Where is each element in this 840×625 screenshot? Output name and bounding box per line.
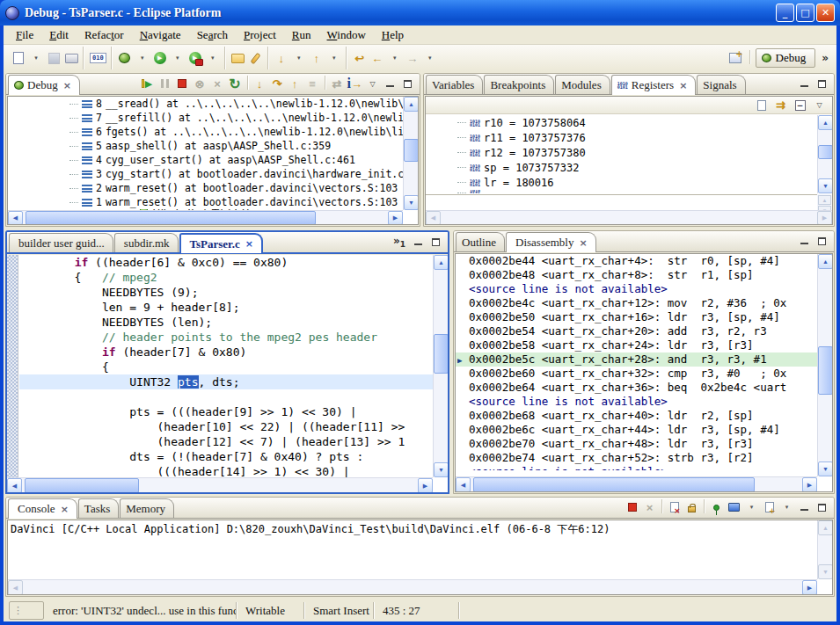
open-console-dropdown[interactable]: ▾: [779, 499, 794, 515]
show-logical-structure-button[interactable]: ⇉: [773, 98, 788, 113]
scroll-down-button[interactable]: ▼: [434, 462, 448, 477]
disconnect-button[interactable]: ⊗: [193, 76, 208, 91]
register-row[interactable]: r10 = 1073758064: [426, 115, 817, 130]
run-button[interactable]: ▶: [151, 48, 169, 68]
minimize-view-button[interactable]: [411, 234, 426, 250]
close-icon[interactable]: ×: [679, 80, 687, 91]
console-vertical-scrollbar[interactable]: ▲ ▼: [817, 520, 832, 579]
debug-horizontal-scrollbar[interactable]: ◀ ▶: [8, 210, 403, 224]
stack-frame-row[interactable]: 6 fgets() at ..\..\..\..\..\newlib-1.12.…: [8, 125, 403, 139]
view-tab[interactable]: Breakpoints ×: [484, 75, 554, 94]
view-tab[interactable]: Variables ×: [426, 75, 483, 94]
remove-launch-button[interactable]: ×: [642, 499, 657, 515]
menu-item[interactable]: Search: [190, 26, 235, 44]
close-icon[interactable]: ×: [63, 80, 71, 91]
view-tab[interactable]: Modules ×: [555, 75, 610, 94]
register-row[interactable]: r11 = 1073757376: [426, 130, 817, 145]
next-annotation-dropdown[interactable]: ▾: [290, 48, 308, 68]
view-tab[interactable]: Memory ×: [120, 498, 174, 518]
code-area[interactable]: if ((header[6] & 0xc0) == 0x80) { // mpe…: [19, 255, 433, 477]
external-tools-button[interactable]: ▶: [186, 48, 204, 68]
call-stack-tree[interactable]: 8 __sread() at ..\..\..\..\..\newlib-1.1…: [8, 97, 403, 210]
show-type-names-button[interactable]: [754, 98, 769, 113]
console-horizontal-scrollbar[interactable]: ◀ ▶: [8, 579, 817, 594]
editor-overflow-chevron[interactable]: »1: [391, 235, 408, 249]
close-icon[interactable]: ×: [245, 238, 253, 250]
new-wizard-button[interactable]: [10, 48, 27, 68]
scroll-down-button[interactable]: ▼: [818, 564, 833, 579]
scroll-down-button[interactable]: ▼: [818, 178, 833, 193]
maximize-button[interactable]: □: [796, 4, 814, 22]
registers-tree[interactable]: r10 = 1073758064 r11 = 1073757376 r12 = …: [426, 115, 817, 193]
scroll-left-button[interactable]: ◀: [7, 478, 22, 492]
clear-console-button[interactable]: [667, 499, 682, 515]
back-dropdown[interactable]: ▾: [386, 48, 404, 68]
scroll-lock-button[interactable]: [684, 499, 699, 515]
scroll-down-button[interactable]: ▼: [818, 461, 833, 476]
step-over-button[interactable]: ↷: [270, 76, 285, 91]
view-tab[interactable]: Registers ×: [611, 75, 697, 95]
stack-frame-row[interactable]: 3 cyg_start() at bootloader.davinci\hard…: [8, 167, 403, 181]
next-annotation-button[interactable]: ↓: [273, 48, 290, 68]
open-perspective-button[interactable]: [727, 48, 744, 68]
annotation-ruler[interactable]: [7, 255, 18, 477]
disassembly-listing[interactable]: 0x0002be44 <uart_rx_char+4>: str r0, [sp…: [456, 254, 817, 476]
stack-frame-row[interactable]: 1 warm_reset() at bootloader.davinci\vec…: [8, 195, 403, 209]
terminate-button[interactable]: [175, 76, 190, 91]
disassembly-horizontal-scrollbar[interactable]: ◀ ▶: [456, 476, 817, 491]
debug-dropdown[interactable]: ▾: [134, 48, 151, 68]
run-dropdown[interactable]: ▾: [169, 48, 186, 68]
run-to-line-button[interactable]: i→: [347, 76, 362, 91]
stack-frame-row[interactable]: 5 aasp_shell() at aasp\AASP_Shell.c:359: [8, 139, 403, 153]
scroll-up-button[interactable]: ▲: [404, 97, 419, 112]
menu-item[interactable]: Refactor: [77, 26, 131, 44]
view-tab[interactable]: Signals ×: [697, 75, 745, 94]
scroll-right-button[interactable]: ▶: [418, 478, 433, 492]
minimize-view-button[interactable]: [797, 76, 812, 91]
registers-vertical-scrollbar[interactable]: ▲ ▼: [817, 115, 832, 193]
scroll-up-button[interactable]: ▲: [818, 115, 833, 130]
menu-item[interactable]: File: [9, 26, 40, 44]
forward-button[interactable]: →: [404, 48, 421, 68]
scroll-thumb[interactable]: [26, 211, 316, 225]
editor-vertical-scrollbar[interactable]: ▲ ▼: [433, 255, 448, 477]
collapse-all-button[interactable]: −: [793, 98, 807, 113]
close-icon[interactable]: ×: [579, 237, 587, 249]
menu-item[interactable]: Window: [320, 26, 373, 44]
terminate-remove-button[interactable]: ×: [210, 76, 225, 91]
scroll-right-button[interactable]: ▶: [802, 580, 817, 595]
menu-item[interactable]: Project: [237, 26, 283, 44]
editor-tab[interactable]: TsParser.c ×: [179, 233, 263, 253]
register-row[interactable]: r12 = 1073757380: [426, 145, 817, 160]
scroll-up-button[interactable]: ▲: [434, 255, 448, 270]
editor-horizontal-scrollbar[interactable]: ◀ ▶: [7, 477, 433, 492]
step-return-button[interactable]: ↑: [288, 76, 303, 91]
scroll-up-button[interactable]: ▲: [818, 254, 833, 269]
scroll-up-button[interactable]: ▲: [818, 520, 833, 535]
toolbar-overflow-chevron[interactable]: »: [819, 52, 831, 64]
minimize-button[interactable]: _: [776, 4, 794, 22]
editor-tab[interactable]: subdir.mk ×: [114, 233, 179, 252]
scroll-up-button[interactable]: ▲: [818, 195, 831, 205]
menu-item[interactable]: Help: [375, 26, 411, 44]
close-icon[interactable]: ×: [61, 504, 69, 515]
maximize-view-button[interactable]: [814, 499, 829, 515]
maximize-view-button[interactable]: [428, 234, 443, 250]
view-tab[interactable]: Console ×: [8, 498, 77, 519]
console-output[interactable]: DaVinci [C/C++ Local Application] D:\820…: [8, 520, 817, 579]
print-button[interactable]: [62, 48, 80, 68]
maximize-view-button[interactable]: [400, 76, 415, 91]
minimize-view-button[interactable]: [797, 233, 812, 249]
terminate-button[interactable]: [625, 499, 639, 515]
forward-dropdown[interactable]: ▾: [421, 48, 439, 68]
previous-annotation-button[interactable]: ↑: [308, 48, 325, 68]
tab-debug[interactable]: Debug ×: [8, 75, 80, 95]
close-button[interactable]: ✕: [816, 4, 835, 22]
scroll-right-button[interactable]: ▶: [802, 477, 817, 492]
scroll-left-button[interactable]: ◀: [8, 211, 23, 225]
stack-frame-row[interactable]: 8 __sread() at ..\..\..\..\..\newlib-1.1…: [8, 97, 403, 111]
display-console-dropdown[interactable]: ▾: [744, 499, 759, 515]
maximize-view-button[interactable]: [814, 233, 829, 249]
scroll-left-button[interactable]: ◀: [456, 477, 471, 492]
minimize-view-button[interactable]: [797, 499, 812, 515]
